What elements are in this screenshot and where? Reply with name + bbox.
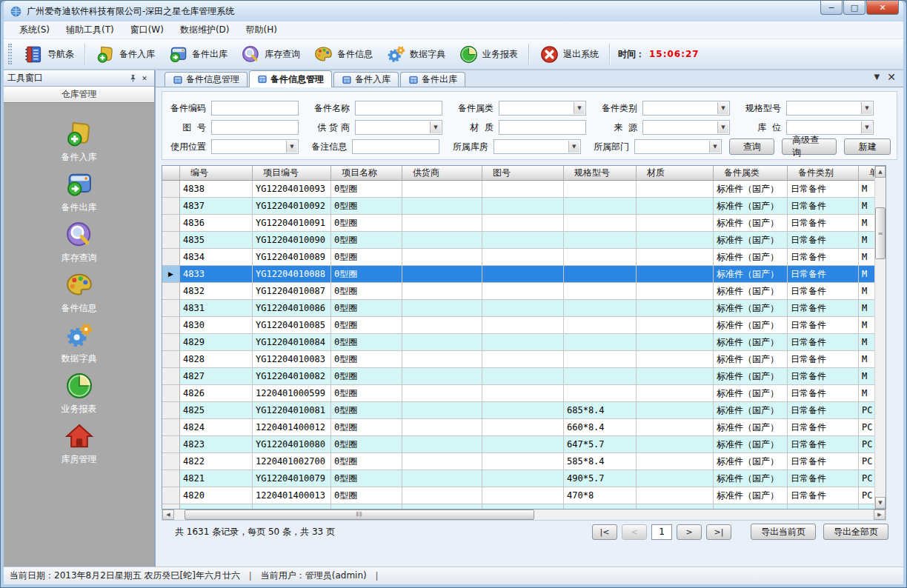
table-row[interactable]: 482412204014000120型圈660*8.4标准件（国产）日常备件PC: [162, 419, 874, 436]
table-row[interactable]: 482012204014000130型圈470*8标准件（国产）日常备件PC: [162, 487, 874, 504]
row-selector-cell[interactable]: [162, 470, 180, 487]
menu-item-aux-tools[interactable]: 辅助工具(T): [58, 21, 122, 39]
table-row[interactable]: 4825YG122040100810型圈685*8.4标准件（国产）日常备件PC: [162, 402, 874, 419]
department-select[interactable]: ▼: [634, 139, 722, 154]
table-row[interactable]: 4838YG122040100930型圈标准件（国产）日常备件M: [162, 181, 874, 198]
row-selector-cell[interactable]: [162, 402, 180, 419]
column-header-7[interactable]: 材质: [637, 166, 714, 180]
table-row[interactable]: 4834YG122040100890型圈标准件（国产）日常备件M: [162, 249, 874, 266]
tool-window-close-icon[interactable]: ✕: [139, 73, 150, 84]
prev-page-button[interactable]: <: [622, 524, 647, 540]
page-number-input[interactable]: [651, 524, 672, 540]
drawing-no-input[interactable]: [211, 120, 299, 135]
table-row[interactable]: 482612204010005990型圈标准件（国产）日常备件M: [162, 385, 874, 402]
table-row[interactable]: 4828YG122040100830型圈标准件（国产）日常备件M: [162, 351, 874, 368]
table-row[interactable]: 4827YG122040100820型圈标准件（国产）日常备件M: [162, 368, 874, 385]
sidebar-item-warehouse-mgmt[interactable]: 库房管理: [35, 421, 124, 472]
usage-position-select[interactable]: ▼: [211, 139, 299, 154]
sidebar-item-business-report[interactable]: 业务报表: [35, 371, 124, 421]
warehouse-select[interactable]: ▼: [494, 139, 581, 154]
first-page-button[interactable]: |<: [592, 524, 617, 540]
row-selector-cell[interactable]: [162, 198, 180, 215]
row-selector-cell[interactable]: [162, 317, 180, 334]
part-code-input[interactable]: [211, 101, 299, 116]
column-header-10[interactable]: 单位: [859, 166, 874, 180]
tab-parts-outbound[interactable]: 备件出库: [400, 72, 465, 87]
row-selector-cell[interactable]: [162, 334, 180, 351]
toolbar-button-exit-system[interactable]: 退出系统: [533, 41, 605, 67]
spec-model-select[interactable]: ▼: [786, 101, 874, 116]
horizontal-scrollbar[interactable]: ◀ ⦀⦀ ▶: [162, 510, 886, 521]
row-selector-cell[interactable]: [162, 487, 180, 504]
tab-parts-info-mgmt-1[interactable]: 备件信息管理: [165, 72, 247, 87]
row-selector-cell[interactable]: [162, 351, 180, 368]
menu-item-window[interactable]: 窗口(W): [122, 21, 172, 39]
column-header-4[interactable]: 供货商: [402, 166, 482, 180]
toolbar-button-stock-query[interactable]: 库存查询: [234, 41, 307, 67]
scroll-down-icon[interactable]: ▼: [875, 497, 886, 509]
table-row[interactable]: 4823YG122040100800型圈647*5.7标准件（国产）日常备件PC: [162, 436, 874, 453]
vertical-scrollbar[interactable]: ▲ ≡ ▼: [874, 166, 886, 509]
table-row[interactable]: 4830YG122040100850型圈标准件（国产）日常备件M: [162, 317, 874, 334]
column-header-6[interactable]: 规格型号: [564, 166, 637, 180]
column-header-9[interactable]: 备件类别: [788, 166, 859, 180]
column-header-2[interactable]: 项目编号: [253, 166, 331, 180]
menu-item-help[interactable]: 帮助(H): [238, 21, 285, 39]
row-selector-cell[interactable]: [162, 215, 180, 232]
row-selector-cell[interactable]: [162, 181, 180, 198]
row-selector-cell[interactable]: [162, 453, 180, 470]
material-input[interactable]: [499, 120, 586, 135]
column-header-1[interactable]: 编号: [180, 166, 253, 180]
table-row[interactable]: 4835YG122040100900型圈标准件（国产）日常备件M: [162, 232, 874, 249]
source-select[interactable]: ▼: [642, 120, 730, 135]
row-selector-cell[interactable]: [162, 283, 180, 300]
scroll-up-icon[interactable]: ▲: [875, 166, 886, 178]
sidebar-item-parts-outbound[interactable]: 备件出库: [35, 170, 124, 220]
tab-close-icon[interactable]: ✕: [887, 73, 896, 81]
part-name-input[interactable]: [355, 101, 442, 116]
horizontal-scroll-thumb[interactable]: ⦀⦀: [185, 510, 534, 520]
toolbar-button-business-report[interactable]: 业务报表: [452, 41, 525, 67]
query-button[interactable]: 查询: [729, 138, 774, 155]
horizontal-scroll-track[interactable]: ⦀⦀: [174, 510, 874, 520]
advanced-query-button[interactable]: 高级查询: [782, 138, 837, 155]
table-row[interactable]: 4836YG122040100910型圈标准件（国产）日常备件M: [162, 215, 874, 232]
pin-icon[interactable]: [127, 73, 139, 84]
supplier-select[interactable]: ▼: [355, 120, 442, 135]
next-page-button[interactable]: >: [677, 524, 702, 540]
menu-item-system[interactable]: 系统(S): [11, 21, 58, 39]
table-row[interactable]: 4832YG122040100870型圈标准件（国产）日常备件M: [162, 283, 874, 300]
export-current-page-button[interactable]: 导出当前页: [751, 524, 816, 540]
part-class-select[interactable]: ▼: [499, 101, 586, 116]
toolbar-button-parts-outbound[interactable]: 备件出库: [162, 41, 234, 67]
sidebar-item-parts-inbound[interactable]: 备件入库: [35, 119, 124, 170]
row-selector-cell[interactable]: [162, 419, 180, 436]
tab-parts-inbound[interactable]: 备件入库: [333, 72, 399, 87]
toolbar-grip[interactable]: [8, 44, 12, 64]
scroll-left-icon[interactable]: ◀: [162, 510, 174, 520]
column-header-5[interactable]: 图号: [482, 166, 564, 180]
row-selector-cell[interactable]: [162, 385, 180, 402]
column-header-3[interactable]: 项目名称: [331, 166, 402, 180]
row-selector-cell[interactable]: ▶: [162, 266, 180, 283]
menu-item-data-maintenance[interactable]: 数据维护(D): [172, 21, 238, 39]
close-button[interactable]: ✕: [866, 1, 899, 15]
tab-parts-info-mgmt-2[interactable]: 备件信息管理: [249, 70, 332, 87]
row-selector-cell[interactable]: [162, 232, 180, 249]
tab-scroll-icon[interactable]: ▼: [874, 73, 880, 81]
vertical-scroll-thumb[interactable]: ≡: [875, 207, 886, 259]
toolbar-button-data-dictionary[interactable]: 数据字典: [379, 41, 452, 67]
table-row[interactable]: 482212204010027000型圈585*8.4标准件（国产）日常备件PC: [162, 453, 874, 470]
sidebar-item-stock-query[interactable]: 库存查询: [35, 220, 124, 270]
row-selector-cell[interactable]: [162, 249, 180, 266]
table-row[interactable]: 4837YG122040100920型圈标准件（国产）日常备件M: [162, 198, 874, 215]
table-row[interactable]: ▶4833YG122040100880型圈标准件（国产）日常备件M: [162, 266, 874, 283]
scroll-right-icon[interactable]: ▶: [874, 510, 886, 520]
sidebar-group-header[interactable]: 仓库管理: [4, 87, 154, 103]
last-page-button[interactable]: >|: [706, 524, 731, 540]
sidebar-item-data-dictionary[interactable]: 数据字典: [35, 321, 124, 371]
row-selector-cell[interactable]: [162, 300, 180, 317]
row-selector-cell[interactable]: [162, 436, 180, 453]
remark-input[interactable]: [352, 139, 439, 154]
location-select[interactable]: ▼: [786, 120, 874, 135]
